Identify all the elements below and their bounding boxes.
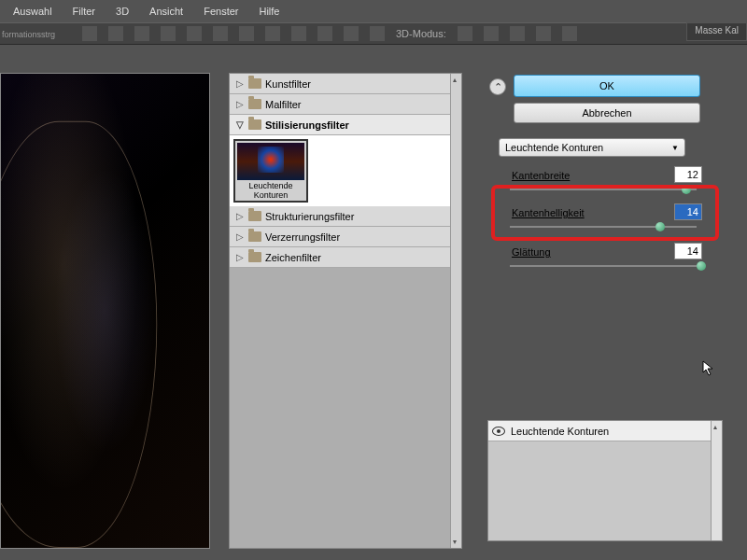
expand-arrow-icon: ▷ xyxy=(235,99,245,109)
folder-icon xyxy=(248,252,261,262)
menu-ansicht[interactable]: Ansicht xyxy=(140,2,192,21)
category-label: Malfilter xyxy=(265,99,302,110)
category-kunstfilter[interactable]: ▷ Kunstfilter xyxy=(230,74,461,94)
folder-icon xyxy=(248,99,261,109)
align-icon[interactable] xyxy=(134,26,149,41)
collapse-button[interactable]: ⌃ xyxy=(489,78,506,95)
category-label: Kunstfilter xyxy=(265,78,311,90)
preview-image xyxy=(1,74,209,548)
options-bar: formationsstrg 3D-Modus: xyxy=(0,22,747,45)
effect-dropdown[interactable]: Leuchtende Konturen ▼ xyxy=(499,138,685,157)
align-icon[interactable] xyxy=(82,26,97,41)
category-stilisierung[interactable]: ▽ Stilisierungsfilter xyxy=(230,115,461,135)
menu-auswahl[interactable]: Auswahl xyxy=(4,2,62,21)
folder-icon xyxy=(248,231,261,242)
menu-3d[interactable]: 3D xyxy=(106,2,138,21)
mode-icon[interactable] xyxy=(458,26,472,41)
distribute-icon[interactable] xyxy=(239,26,254,41)
param-value-input[interactable]: 14 xyxy=(674,203,702,220)
filter-gallery-dialog: ▷ Kunstfilter ▷ Malfilter ▽ Stilisierung… xyxy=(0,45,747,560)
slider-track[interactable] xyxy=(510,226,697,228)
thumb-preview xyxy=(237,143,304,180)
effect-layers-panel: Leuchtende Konturen xyxy=(487,420,723,541)
slider-handle[interactable] xyxy=(697,261,706,271)
collapse-arrow-icon: ▽ xyxy=(235,119,245,130)
param-label: Kantenhelligkeit xyxy=(512,207,585,218)
distribute-icon[interactable] xyxy=(317,26,332,41)
expand-arrow-icon: ▷ xyxy=(235,252,245,262)
menu-fenster[interactable]: Fenster xyxy=(194,2,247,21)
effect-layer-row[interactable]: Leuchtende Konturen xyxy=(488,421,722,441)
preview-pane xyxy=(0,73,210,549)
effect-selected-label: Leuchtende Konturen xyxy=(505,142,603,153)
slider-track[interactable] xyxy=(510,189,697,190)
mode-3d-label: 3D-Modus: xyxy=(396,28,446,39)
align-icon[interactable] xyxy=(108,26,123,41)
mode-icon[interactable] xyxy=(484,26,499,41)
slider-track[interactable] xyxy=(510,265,697,267)
menu-hilfe[interactable]: Hilfe xyxy=(249,2,289,21)
category-label: Strukturierungsfilter xyxy=(265,211,354,222)
distribute-icon[interactable] xyxy=(291,26,306,41)
category-label: Stilisierungsfilter xyxy=(265,119,349,131)
category-malfilter[interactable]: ▷ Malfilter xyxy=(230,94,461,115)
category-zeichen[interactable]: ▷ Zeichenfilter xyxy=(230,247,461,268)
scrollbar[interactable] xyxy=(450,74,461,548)
slider-handle[interactable] xyxy=(682,185,691,194)
slider-handle[interactable] xyxy=(655,222,665,231)
filter-thumbnails: Leuchtende Konturen xyxy=(230,135,461,206)
cancel-button[interactable]: Abbrechen xyxy=(514,103,700,123)
mode-icon[interactable] xyxy=(510,26,525,41)
align-icon[interactable] xyxy=(213,26,228,41)
folder-icon xyxy=(248,211,261,221)
param-value-input[interactable]: 14 xyxy=(674,243,702,259)
align-icon[interactable] xyxy=(187,26,202,41)
distribute-icon[interactable] xyxy=(265,26,280,41)
expand-arrow-icon: ▷ xyxy=(235,211,245,221)
dropdown-arrow-icon: ▼ xyxy=(671,144,679,152)
ok-button[interactable]: OK xyxy=(514,75,700,97)
align-icon[interactable] xyxy=(161,26,176,41)
folder-icon xyxy=(248,78,261,89)
panel-tab[interactable]: Masse Kal xyxy=(686,22,747,41)
category-label: Zeichenfilter xyxy=(265,252,321,263)
param-value-input[interactable]: 12 xyxy=(674,166,702,183)
expand-arrow-icon: ▷ xyxy=(235,231,245,242)
folder-icon xyxy=(248,119,261,130)
distribute-icon[interactable] xyxy=(370,26,385,41)
param-label: Kantenbreite xyxy=(512,170,570,181)
filter-category-list: ▷ Kunstfilter ▷ Malfilter ▽ Stilisierung… xyxy=(229,73,462,549)
distribute-icon[interactable] xyxy=(344,26,359,41)
chevron-up-icon: ⌃ xyxy=(494,81,502,93)
transform-label: formationsstrg xyxy=(0,28,57,41)
category-verzerrung[interactable]: ▷ Verzerrungsfilter xyxy=(230,227,461,247)
category-label: Verzerrungsfilter xyxy=(265,231,340,243)
visibility-eye-icon[interactable] xyxy=(492,427,505,436)
effect-layer-label: Leuchtende Konturen xyxy=(511,426,609,437)
filter-thumb-leuchtende-konturen[interactable]: Leuchtende Konturen xyxy=(233,139,308,203)
param-label: Glättung xyxy=(512,246,551,258)
filter-list-empty xyxy=(230,268,461,548)
scrollbar[interactable] xyxy=(711,421,722,540)
menu-filter[interactable]: Filter xyxy=(63,2,105,21)
expand-arrow-icon: ▷ xyxy=(235,78,245,89)
mode-icon[interactable] xyxy=(562,26,577,41)
menu-bar: Auswahl Filter 3D Ansicht Fenster Hilfe xyxy=(0,0,747,22)
filter-controls: ⌃ OK Abbrechen Leuchtende Konturen ▼ Kan… xyxy=(484,73,726,549)
category-strukturierung[interactable]: ▷ Strukturierungsfilter xyxy=(230,206,461,227)
thumb-label: Leuchtende Konturen xyxy=(235,182,306,201)
mode-icon[interactable] xyxy=(536,26,551,41)
